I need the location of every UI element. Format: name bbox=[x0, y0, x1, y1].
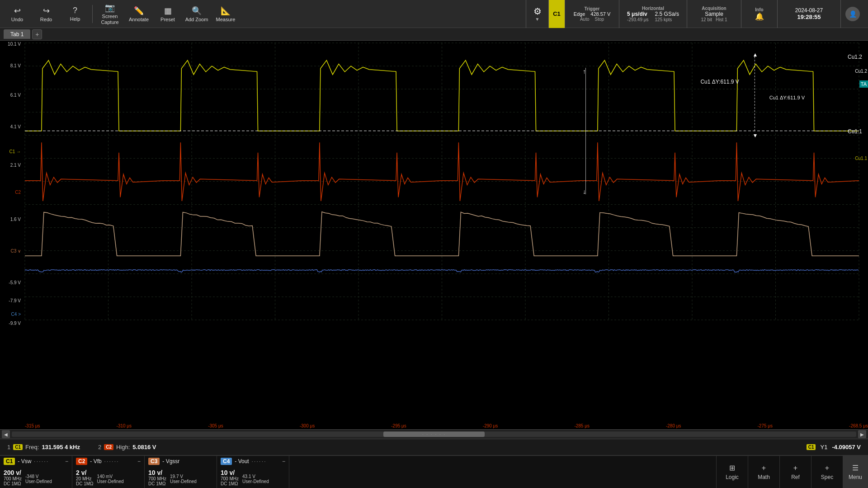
undo-icon: ↩ bbox=[14, 6, 21, 16]
channel-c2-config[interactable]: C2 - Vfb · · · · · · − 2 v/ 20 MHz DC 1M… bbox=[72, 456, 145, 488]
scroll-left-button[interactable]: ◀ bbox=[2, 430, 10, 438]
measurement-bar: 1 C1 Freq: 131.595 4 kHz 2 C2 High: 5.08… bbox=[0, 439, 868, 455]
tab-bar: Tab 1 + bbox=[0, 28, 868, 41]
measurement-1: 1 C1 Freq: 131.595 4 kHz bbox=[7, 444, 80, 450]
ref-button[interactable]: + Ref bbox=[780, 456, 811, 488]
channel-c1-config[interactable]: C1 - Vsw · · · · · · − 200 v/ 700 MHz DC… bbox=[0, 456, 72, 488]
cursor-arrow-top: ↑ bbox=[583, 68, 586, 75]
channel-bar: C1 - Vsw · · · · · · − 200 v/ 700 MHz DC… bbox=[0, 455, 868, 488]
c1-label: C1 bbox=[4, 458, 15, 465]
gear-icon: ⚙ bbox=[533, 6, 542, 17]
scroll-track[interactable]: · · · · · · bbox=[12, 432, 856, 437]
annotate-button[interactable]: ✏️ Annotate bbox=[125, 2, 152, 26]
toolbar-separator bbox=[92, 5, 93, 23]
scrollbar-area: ◀ · · · · · · ▶ bbox=[0, 429, 868, 439]
add-zoom-button[interactable]: 🔍 Add Zoom bbox=[183, 2, 210, 26]
right-buttons: ⊞ Logic + Math + Ref + Spec ☰ Menu bbox=[716, 456, 868, 488]
measurement-2: 2 C2 High: 5.0816 V bbox=[98, 444, 156, 450]
scroll-position-dots: · · · · · · bbox=[422, 432, 446, 437]
scroll-right-button[interactable]: ▶ bbox=[858, 430, 866, 438]
meas-1-channel: C1 bbox=[13, 444, 23, 450]
help-icon: ? bbox=[73, 6, 77, 15]
camera-icon: 📷 bbox=[105, 3, 115, 13]
datetime-panel: 2024-08-27 19:28:55 bbox=[777, 0, 840, 28]
math-button[interactable]: + Math bbox=[748, 456, 780, 488]
horizontal-panel[interactable]: Horizontal 5 μs/div -293.49 μs 2.5 GSa/s… bbox=[619, 0, 687, 28]
measure-icon: 📐 bbox=[221, 6, 231, 16]
oscilloscope-area: Tab 1 + 10.1 V 8.1 V 6.1 V 4.1 V C1 → 2.… bbox=[0, 28, 868, 488]
waveform-canvas bbox=[0, 41, 868, 330]
measure-button[interactable]: 📐 Measure bbox=[212, 2, 239, 26]
redo-icon: ↪ bbox=[43, 6, 50, 16]
cursor-arrow-bottom: ↓ bbox=[583, 188, 586, 195]
math-icon: + bbox=[762, 464, 766, 472]
help-button[interactable]: ? Help bbox=[61, 2, 89, 26]
c4-label: C4 bbox=[221, 458, 232, 465]
c1-trigger-badge[interactable]: C1 bbox=[548, 0, 565, 28]
add-tab-button[interactable]: + bbox=[32, 29, 42, 39]
info-panel[interactable]: Info 🔔 bbox=[741, 0, 777, 28]
acquisition-panel[interactable]: Acquisition Sample 12 bit Hist 1 bbox=[687, 0, 741, 28]
spec-icon: + bbox=[825, 464, 829, 472]
top-panels: ⚙ ▼ C1 Trigger Edge 428.57 V Auto Stop H… bbox=[526, 0, 864, 28]
spec-button[interactable]: + Spec bbox=[811, 456, 843, 488]
c3-label: C3 bbox=[148, 458, 160, 465]
c2-name: - Vfb bbox=[90, 458, 101, 465]
c3-name: - Vgssr bbox=[162, 458, 179, 465]
user-avatar[interactable]: 👤 bbox=[840, 0, 864, 28]
settings-button[interactable]: ⚙ ▼ bbox=[526, 0, 548, 28]
preset-icon: ▦ bbox=[164, 6, 172, 16]
meas-2-channel: C2 bbox=[104, 444, 113, 450]
preset-button[interactable]: ▦ Preset bbox=[154, 2, 181, 26]
c1-name: - Vsw bbox=[18, 458, 31, 465]
ref-icon: + bbox=[793, 464, 797, 472]
redo-button[interactable]: ↪ Redo bbox=[33, 2, 60, 26]
menu-icon: ☰ bbox=[852, 464, 859, 472]
right-measurement: C1 Y1 -4.09057 V bbox=[807, 444, 861, 450]
c4-name: - Vout bbox=[235, 458, 249, 465]
down-arrow-icon: ▼ bbox=[535, 17, 540, 22]
trigger-panel[interactable]: Trigger Edge 428.57 V Auto Stop bbox=[565, 0, 619, 28]
x-axis-labels: -315 μs -310 μs -305 μs -300 μs -295 μs … bbox=[25, 423, 868, 428]
right-meas-channel: C1 bbox=[807, 444, 816, 450]
tab-1[interactable]: Tab 1 bbox=[4, 29, 30, 39]
cu1-2-label: Cu1.2 bbox=[855, 69, 867, 74]
screen-capture-button[interactable]: 📷 ScreenCapture bbox=[96, 2, 123, 26]
cursor-line-1 bbox=[585, 68, 586, 194]
ta-badge: TA bbox=[859, 80, 868, 88]
zoom-icon: 🔍 bbox=[192, 6, 202, 16]
annotate-icon: ✏️ bbox=[134, 6, 144, 16]
toolbar: ↩ Undo ↪ Redo ? Help 📷 ScreenCapture ✏️ … bbox=[0, 0, 868, 28]
undo-button[interactable]: ↩ Undo bbox=[4, 2, 31, 26]
c2-label: C2 bbox=[76, 458, 87, 465]
channel-c4-config[interactable]: C4 - Vout · · · · · · − 10 v/ 700 MHz DC… bbox=[217, 456, 289, 488]
channel-c3-config[interactable]: C3 - Vgssr 10 v/ 700 MHz DC 1MΩ 19.7 V U… bbox=[145, 456, 217, 488]
bell-icon: 🔔 bbox=[755, 12, 764, 21]
cursor-delta-label: Cu1 ΔY:611.9 V bbox=[769, 95, 805, 100]
cu1-1-label: Cu1.1 bbox=[855, 156, 867, 161]
menu-button[interactable]: ☰ Menu bbox=[843, 456, 868, 488]
waveform-area[interactable]: 10.1 V 8.1 V 6.1 V 4.1 V C1 → 2.1 V C2 1… bbox=[0, 41, 868, 429]
logic-icon: ⊞ bbox=[729, 464, 735, 472]
logic-button[interactable]: ⊞ Logic bbox=[717, 456, 748, 488]
